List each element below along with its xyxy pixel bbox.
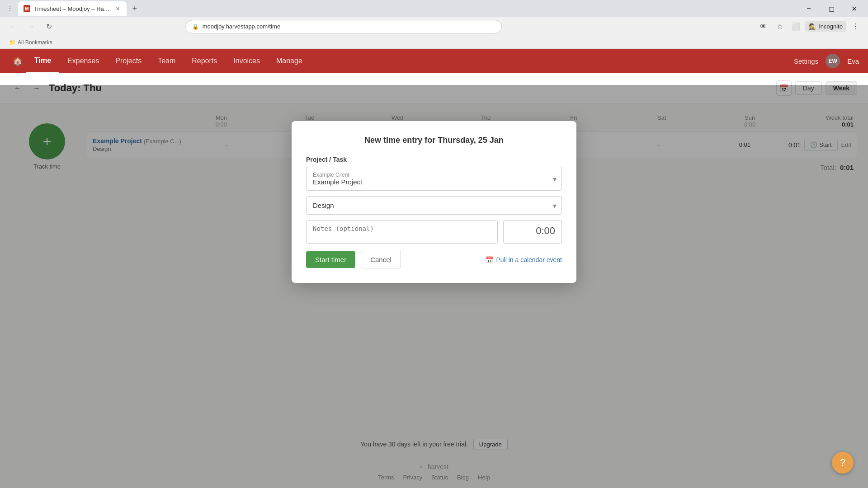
url-display: moodjoy.harvestapp.com/time	[203, 23, 280, 30]
new-tab-btn[interactable]: +	[128, 2, 141, 15]
reload-btn[interactable]: ↻	[42, 19, 56, 34]
tab-back-btn[interactable]: ⋮	[4, 2, 16, 15]
minimize-btn[interactable]: −	[798, 1, 819, 16]
incognito-icon: 🕵	[809, 23, 816, 30]
task-select-wrap: Design ▾	[306, 196, 562, 215]
puzzle-icon[interactable]: ⬜	[789, 19, 803, 34]
browser-tab[interactable]: M Timesheet – Moodjoy – Harvest ✕	[18, 1, 127, 16]
nav-item-invoices[interactable]: Invoices	[225, 49, 268, 73]
incognito-badge: 🕵 Incognito	[805, 21, 846, 32]
nav-home-btn[interactable]: 🏠	[9, 52, 26, 70]
new-time-entry-modal: New time entry for Thursday, 25 Jan Proj…	[292, 121, 576, 283]
time-input[interactable]: 0:00	[503, 220, 562, 244]
maximize-btn[interactable]: ◻	[821, 1, 842, 16]
cancel-btn[interactable]: Cancel	[361, 251, 401, 268]
project-select-wrap: Example Client Example Project ▾	[306, 167, 562, 191]
nav-item-time[interactable]: Time	[26, 49, 59, 73]
close-btn[interactable]: ✕	[844, 1, 864, 16]
calendar-event-link[interactable]: 📅 Pull in a calendar event	[486, 256, 562, 263]
task-select[interactable]: Design	[306, 196, 562, 215]
browser-titlebar: ⋮ M Timesheet – Moodjoy – Harvest ✕ + − …	[0, 0, 868, 17]
start-timer-btn[interactable]: Start timer	[306, 251, 355, 268]
nav-right: Settings EW Eva	[794, 54, 859, 68]
modal-actions: Start timer Cancel 📅 Pull in a calendar …	[306, 251, 562, 268]
tab-favicon: M	[24, 5, 30, 12]
bookmarks-folder[interactable]: 📁 All Bookmarks	[5, 38, 56, 47]
calendar-link-icon: 📅	[486, 256, 493, 263]
nav-item-team[interactable]: Team	[150, 49, 184, 73]
toolbar-right: 👁 ☆ ⬜ 🕵 Incognito ⋮	[756, 19, 863, 34]
bookmarks-label: All Bookmarks	[18, 39, 52, 46]
back-btn[interactable]: ←	[5, 19, 20, 34]
app-content: 🏠 Time Expenses Projects Team Reports In…	[0, 49, 868, 488]
modal-overlay: New time entry for Thursday, 25 Jan Proj…	[0, 85, 868, 488]
tab-close-btn[interactable]: ✕	[114, 5, 121, 12]
client-label: Example Client	[313, 172, 555, 178]
star-icon[interactable]: ☆	[773, 19, 787, 34]
nav-item-reports[interactable]: Reports	[184, 49, 225, 73]
user-avatar[interactable]: EW	[826, 54, 840, 68]
tab-title: Timesheet – Moodjoy – Harvest	[34, 5, 111, 12]
browser-toolbar: ← → ↻ 🔒 moodjoy.harvestapp.com/time 👁 ☆ …	[0, 17, 868, 36]
settings-link[interactable]: Settings	[794, 57, 818, 65]
window-controls: − ◻ ✕	[798, 1, 864, 16]
bookmarks-bar: 📁 All Bookmarks	[0, 36, 868, 49]
nav-item-projects[interactable]: Projects	[107, 49, 150, 73]
project-label: Example Project	[313, 178, 555, 186]
incognito-label: Incognito	[819, 23, 843, 30]
nav-item-expenses[interactable]: Expenses	[59, 49, 107, 73]
project-task-label: Project / Task	[306, 156, 562, 163]
top-nav: 🏠 Time Expenses Projects Team Reports In…	[0, 49, 868, 73]
eye-off-icon[interactable]: 👁	[756, 19, 771, 34]
modal-title: New time entry for Thursday, 25 Jan	[306, 136, 562, 145]
forward-btn[interactable]: →	[24, 19, 38, 34]
more-options-btn[interactable]: ⋮	[848, 19, 863, 34]
project-select[interactable]: Example Client Example Project	[306, 167, 562, 191]
bookmarks-folder-icon: 📁	[9, 39, 16, 46]
notes-time-row: 0:00	[306, 220, 562, 244]
address-bar[interactable]: 🔒 moodjoy.harvestapp.com/time	[185, 20, 502, 33]
lock-icon: 🔒	[192, 23, 199, 30]
nav-item-manage[interactable]: Manage	[268, 49, 311, 73]
notes-input[interactable]	[306, 220, 498, 244]
help-btn[interactable]: ?	[832, 452, 854, 474]
user-name[interactable]: Eva	[847, 57, 859, 65]
